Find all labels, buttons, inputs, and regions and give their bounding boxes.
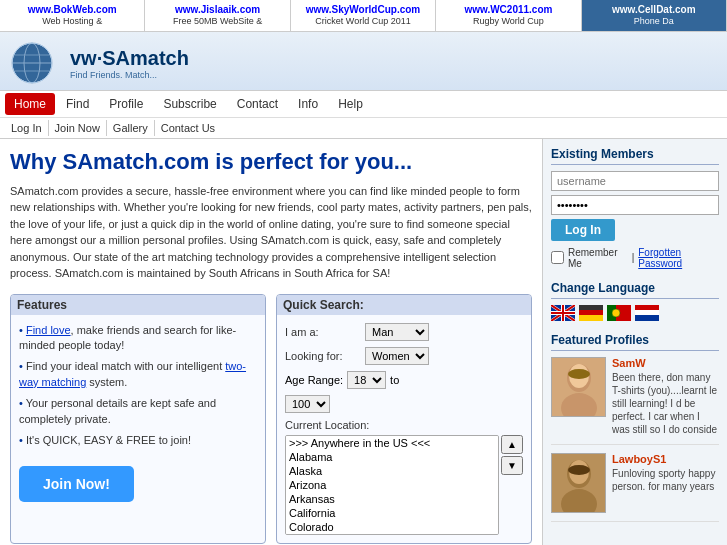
nav-gallery[interactable]: Gallery (107, 120, 155, 136)
password-input[interactable] (551, 195, 719, 215)
nav-contact[interactable]: Contact (228, 93, 287, 115)
ad-text-2: Free 50MB WebSite & (151, 16, 283, 28)
language-title: Change Language (551, 281, 719, 299)
looking-for-label: Looking for: (285, 350, 365, 362)
profile-item-1: SamW Been there, don many T-shirts (you)… (551, 357, 719, 445)
age-range-label: Age Range: (285, 374, 343, 386)
profile-item-2: LawboyS1 Funloving sporty happy person. … (551, 453, 719, 522)
nav-bar: Home Find Profile Subscribe Contact Info… (0, 90, 727, 139)
nav-info[interactable]: Info (289, 93, 327, 115)
login-button[interactable]: Log In (551, 219, 615, 241)
profile-info-2: LawboyS1 Funloving sporty happy person. … (612, 453, 719, 513)
i-am-row: I am a: Man Woman (285, 323, 523, 341)
ad-item-2[interactable]: www.Jislaaik.com Free 50MB WebSite & (145, 0, 290, 31)
looking-for-select[interactable]: Women Men (365, 347, 429, 365)
featured-title: Featured Profiles (551, 333, 719, 351)
flags-row (551, 305, 719, 321)
ad-item-1[interactable]: www.BokWeb.com Web Hosting & (0, 0, 145, 31)
logo-text: vw·SAmatch (70, 47, 189, 70)
remember-label: Remember Me (568, 247, 628, 269)
features-title: Features (11, 295, 265, 315)
ad-item-5[interactable]: www.CellDat.com Phone Da (582, 0, 727, 31)
age-range-row: Age Range: 18 to (285, 371, 523, 389)
ad-text-5: Phone Da (588, 16, 720, 28)
ad-link-2[interactable]: www.Jislaaik.com (175, 4, 260, 15)
globe-icon (10, 41, 65, 86)
profile-name-1[interactable]: SamW (612, 357, 719, 369)
ad-link-1[interactable]: www.BokWeb.com (28, 4, 117, 15)
nav-subscribe[interactable]: Subscribe (154, 93, 225, 115)
location-scroll-up[interactable]: ▲ (501, 435, 523, 454)
ad-link-5[interactable]: www.CellDat.com (612, 4, 696, 15)
ad-text-4: Rugby World Cup (442, 16, 574, 28)
existing-members-section: Existing Members Log In Remember Me | Fo… (551, 147, 719, 269)
age-to-select[interactable]: 100 (285, 395, 330, 413)
i-am-select[interactable]: Man Woman (365, 323, 429, 341)
features-list: Find love, make friends and search for l… (19, 323, 257, 449)
quick-search-box: Quick Search: I am a: Man Woman Looking … (276, 294, 532, 544)
profile-photo-1 (551, 357, 606, 417)
search-title: Quick Search: (277, 295, 531, 315)
location-scroll-down[interactable]: ▼ (501, 456, 523, 475)
right-sidebar: Existing Members Log In Remember Me | Fo… (542, 139, 727, 545)
profile-info-1: SamW Been there, don many T-shirts (you)… (612, 357, 719, 436)
age-from-select[interactable]: 18 (347, 371, 386, 389)
profile-desc-2: Funloving sporty happy person. for many … (612, 467, 719, 493)
nav-top: Home Find Profile Subscribe Contact Info… (0, 91, 727, 117)
flag-pt[interactable] (607, 305, 631, 321)
i-am-label: I am a: (285, 326, 365, 338)
nav-login[interactable]: Log In (5, 120, 49, 136)
page-title: Why SAmatch.com is perfect for you... (10, 149, 532, 175)
profile-desc-1: Been there, don many T-shirts (you)....l… (612, 371, 719, 436)
nav-help[interactable]: Help (329, 93, 372, 115)
svg-point-28 (568, 369, 590, 379)
flag-de[interactable] (579, 305, 603, 321)
lower-columns: Features Find love, make friends and sea… (10, 294, 532, 544)
featured-profiles-section: Featured Profiles SamW Been there, don m… (551, 333, 719, 522)
ad-text-1: Web Hosting & (6, 16, 138, 28)
svg-point-20 (612, 309, 620, 317)
profile-name-2[interactable]: LawboyS1 (612, 453, 719, 465)
age-to-label: to (390, 374, 399, 386)
looking-for-row: Looking for: Women Men (285, 347, 523, 365)
join-button[interactable]: Join Now! (19, 466, 134, 502)
remember-row: Remember Me | Forgotten Password (551, 247, 719, 269)
nav-join[interactable]: Join Now (49, 120, 107, 136)
find-love-link[interactable]: Find love (26, 324, 71, 336)
remember-checkbox[interactable] (551, 251, 564, 264)
existing-members-title: Existing Members (551, 147, 719, 165)
username-input[interactable] (551, 171, 719, 191)
ad-bar: www.BokWeb.com Web Hosting & www.Jislaai… (0, 0, 727, 32)
forgot-password-link[interactable]: Forgotten Password (638, 247, 719, 269)
nav-find[interactable]: Find (57, 93, 98, 115)
nav-home[interactable]: Home (5, 93, 55, 115)
nav-profile[interactable]: Profile (100, 93, 152, 115)
ad-link-4[interactable]: www.WC2011.com (464, 4, 552, 15)
flag-nl[interactable] (635, 305, 659, 321)
left-content: Why SAmatch.com is perfect for you... SA… (0, 139, 542, 545)
profile-photo-svg-2 (552, 454, 606, 513)
feature-item-3: Your personal details are kept safe and … (19, 396, 257, 427)
feature-item-1: Find love, make friends and search for l… (19, 323, 257, 354)
two-way-matching-link[interactable]: two-way matching (19, 360, 246, 387)
main-container: Why SAmatch.com is perfect for you... SA… (0, 139, 727, 545)
svg-rect-23 (635, 315, 659, 321)
logo-tagline: Find Friends. Match... (70, 70, 189, 80)
language-section: Change Language (551, 281, 719, 321)
location-label: Current Location: (285, 419, 523, 431)
flag-uk[interactable] (551, 305, 575, 321)
location-select[interactable]: >>> Anywhere in the US <<< Alabama Alask… (285, 435, 499, 535)
ad-item-3[interactable]: www.SkyWorldCup.com Cricket World Cup 20… (291, 0, 436, 31)
nav-contact-us[interactable]: Contact Us (155, 120, 221, 136)
ad-text-3: Cricket World Cup 2011 (297, 16, 429, 28)
profile-photo-svg-1 (552, 358, 606, 417)
ad-item-4[interactable]: www.WC2011.com Rugby World Cup (436, 0, 581, 31)
header: vw·SAmatch Find Friends. Match... Home F… (0, 32, 727, 139)
svg-rect-17 (579, 315, 603, 321)
ad-link-3[interactable]: www.SkyWorldCup.com (306, 4, 420, 15)
svg-rect-14 (562, 305, 564, 321)
profile-photo-2 (551, 453, 606, 513)
main-description: SAmatch.com provides a secure, hassle-fr… (10, 183, 532, 282)
svg-point-33 (568, 465, 590, 475)
nav-bottom: Log In Join Now Gallery Contact Us (0, 117, 727, 138)
